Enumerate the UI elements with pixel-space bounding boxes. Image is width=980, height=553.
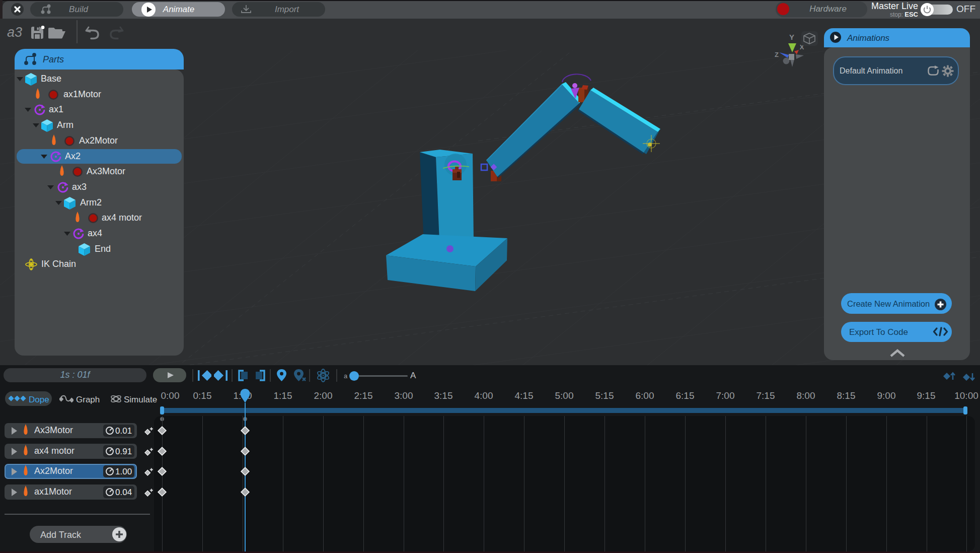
svg-text:Z: Z bbox=[775, 51, 779, 58]
svg-text:Y: Y bbox=[789, 33, 794, 41]
